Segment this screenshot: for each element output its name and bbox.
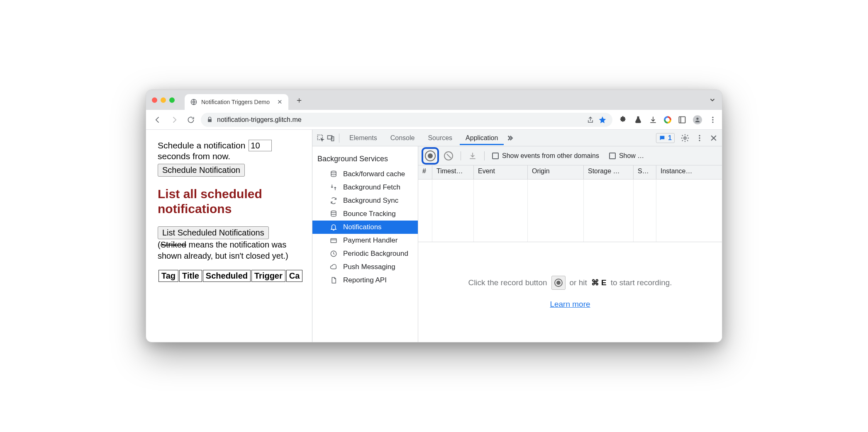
reading-list-icon[interactable]	[678, 116, 686, 124]
separator	[339, 133, 339, 143]
globe-icon	[190, 99, 197, 105]
new-tab-button[interactable]: ＋	[293, 94, 305, 106]
profile-avatar[interactable]	[693, 115, 702, 124]
col-timestamp[interactable]: Timest…	[432, 165, 474, 179]
svg-rect-1	[679, 116, 685, 123]
striked-word: Striked	[161, 240, 186, 249]
device-mode-icon[interactable]	[327, 134, 335, 142]
bookmark-star-icon[interactable]	[598, 116, 607, 124]
devtools-menu-icon[interactable]	[695, 134, 704, 142]
svg-point-4	[712, 116, 713, 118]
col-origin[interactable]: Origin	[528, 165, 584, 179]
sync-icon	[329, 197, 338, 204]
svg-point-12	[699, 137, 700, 138]
checkbox-icon	[609, 153, 616, 159]
cloud-icon	[329, 263, 338, 271]
toolbar: notification-triggers.glitch.me	[146, 110, 722, 130]
save-icon[interactable]	[468, 152, 477, 160]
clock-icon	[329, 250, 338, 257]
show-more-checkbox[interactable]: Show …	[609, 152, 644, 160]
svg-rect-16	[331, 239, 336, 243]
clear-icon[interactable]	[444, 151, 453, 160]
svg-point-15	[331, 211, 336, 213]
schedule-suffix: seconds from now.	[158, 151, 230, 161]
svg-point-14	[331, 171, 336, 173]
downloads-icon[interactable]	[649, 116, 657, 124]
col-tag: Tag	[158, 270, 178, 282]
list-scheduled-button[interactable]: List Scheduled Notifications	[158, 226, 269, 239]
learn-more-link[interactable]: Learn more	[550, 300, 590, 309]
page-body: Schedule a notification seconds from now…	[146, 130, 312, 342]
schedule-notification-button[interactable]: Schedule Notification	[158, 164, 245, 177]
sidebar-item-bounce[interactable]: Bounce Tracking	[312, 207, 418, 221]
record-button[interactable]	[425, 150, 436, 161]
show-events-other-checkbox[interactable]: Show events from other domains	[492, 152, 599, 160]
sidebar-item-periodic[interactable]: Periodic Background	[312, 247, 418, 260]
svg-point-3	[696, 117, 698, 119]
extensions-icon[interactable]	[619, 116, 627, 124]
address-bar[interactable]: notification-triggers.glitch.me	[201, 113, 612, 127]
record-icon	[551, 276, 566, 290]
sidebar-item-push[interactable]: Push Messaging	[312, 260, 418, 274]
tab-title: Notification Triggers Demo	[201, 99, 270, 105]
more-tabs-icon[interactable]	[505, 134, 514, 142]
seconds-input[interactable]	[249, 140, 272, 151]
col-hash[interactable]: #	[418, 165, 432, 179]
tab-console[interactable]: Console	[385, 131, 421, 145]
close-window-button[interactable]	[152, 97, 157, 103]
col-event[interactable]: Event	[474, 165, 528, 179]
reload-button[interactable]	[184, 113, 197, 126]
inspect-icon[interactable]	[317, 134, 325, 142]
issues-badge[interactable]: 1	[656, 133, 675, 143]
events-table-body	[418, 180, 722, 242]
settings-gear-icon[interactable]	[680, 133, 690, 143]
schedule-suffix-row: seconds from now.	[158, 151, 305, 161]
tab-application[interactable]: Application	[460, 131, 504, 145]
sidebar-item-notifications[interactable]: Notifications	[312, 221, 418, 234]
lock-icon	[207, 116, 213, 123]
labs-icon[interactable]	[634, 116, 642, 124]
empty-state: Click the record button or hit ⌘ E to st…	[418, 242, 722, 342]
col-s[interactable]: S…	[634, 165, 656, 179]
sidebar-heading: Background Services	[312, 152, 418, 167]
bell-icon	[329, 223, 338, 231]
devtools-tabs: Elements Console Sources Application 1	[312, 130, 722, 146]
col-storage[interactable]: Storage …	[584, 165, 634, 179]
tab-sources[interactable]: Sources	[422, 131, 458, 145]
application-main: Show events from other domains Show … # …	[418, 146, 722, 342]
sidebar-item-bf-cache[interactable]: Back/forward cache	[312, 167, 418, 181]
browser-tab[interactable]: Notification Triggers Demo ✕	[185, 94, 288, 110]
col-ca: Ca	[286, 270, 303, 282]
fetch-icon	[329, 184, 338, 191]
tab-elements[interactable]: Elements	[344, 131, 383, 145]
sidebar-item-bg-fetch[interactable]: Background Fetch	[312, 181, 418, 194]
schedule-prefix: Schedule a notification	[158, 141, 245, 150]
database-icon	[329, 210, 338, 218]
close-tab-icon[interactable]: ✕	[277, 98, 283, 106]
sidebar-item-reporting[interactable]: Reporting API	[312, 274, 418, 287]
minimize-window-button[interactable]	[161, 97, 166, 103]
separator	[461, 151, 461, 160]
window-controls	[152, 97, 175, 103]
list-heading: List all scheduled notifications	[158, 187, 305, 216]
maximize-window-button[interactable]	[169, 97, 175, 103]
issues-count: 1	[668, 134, 672, 142]
back-button[interactable]	[151, 113, 164, 126]
tabs-menu-button[interactable]	[709, 96, 716, 104]
close-devtools-icon[interactable]	[710, 134, 718, 142]
tab-strip: Notification Triggers Demo ✕ ＋	[146, 90, 722, 110]
share-icon[interactable]	[587, 116, 594, 124]
record-highlight	[422, 147, 439, 165]
sidebar-item-payment[interactable]: Payment Handler	[312, 234, 418, 247]
svg-rect-2	[680, 116, 681, 123]
sidebar-item-bg-sync[interactable]: Background Sync	[312, 194, 418, 207]
google-icon[interactable]	[664, 116, 671, 124]
browser-menu-icon[interactable]	[709, 116, 717, 124]
database-icon	[329, 170, 338, 178]
application-sidebar: Background Services Back/forward cache B…	[312, 146, 418, 342]
forward-button[interactable]	[168, 113, 181, 126]
col-instance[interactable]: Instance…	[656, 165, 722, 179]
shortcut-label: ⌘ E	[591, 278, 607, 287]
record-hint: Click the record button or hit ⌘ E to st…	[468, 276, 672, 290]
document-icon	[329, 277, 338, 284]
